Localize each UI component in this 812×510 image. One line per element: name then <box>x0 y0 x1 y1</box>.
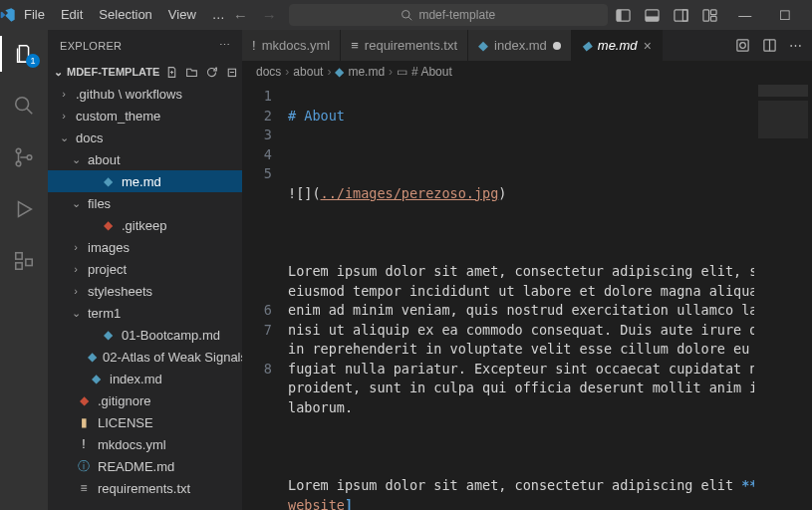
tree-item-label: .gitignore <box>98 393 150 408</box>
tree-file[interactable]: ≡requirements.txt <box>48 477 242 499</box>
menu-selection[interactable]: Selection <box>91 0 159 30</box>
svg-rect-9 <box>710 9 716 14</box>
tree-item-label: me.md <box>122 174 161 189</box>
sidebar-folder-name: MDEF-TEMPLATE <box>67 66 159 78</box>
breadcrumb-item[interactable]: about <box>293 65 323 79</box>
tree-file[interactable]: !mkdocs.yml <box>48 433 242 455</box>
window-maximize-button[interactable]: ☐ <box>765 0 805 30</box>
markdown-file-icon: ◆ <box>335 65 344 79</box>
tree-folder[interactable]: ⌄docs <box>48 127 242 148</box>
nav-back-icon[interactable]: ← <box>233 7 248 24</box>
scrollbar[interactable] <box>802 83 812 510</box>
tree-item-label: .github \ workflows <box>76 87 182 102</box>
activity-explorer-icon[interactable]: 1 <box>0 36 48 72</box>
markdown-file-icon: ◆ <box>88 350 97 364</box>
new-file-icon[interactable] <box>165 66 178 79</box>
refresh-icon[interactable] <box>205 66 218 79</box>
tree-file[interactable]: ◆.gitkeep <box>48 214 242 236</box>
titlebar: File Edit Selection View … ← → mdef-temp… <box>0 0 812 30</box>
chevron-down-icon: ⌄ <box>54 66 63 79</box>
tree-item-label: images <box>88 240 130 255</box>
tree-file[interactable]: ◆index.md <box>48 368 242 389</box>
toggle-right-sidebar-icon[interactable] <box>674 8 688 23</box>
svg-rect-19 <box>26 259 32 265</box>
svg-marker-16 <box>19 202 32 217</box>
editor-tab[interactable]: !mkdocs.yml <box>242 30 341 61</box>
svg-line-1 <box>409 17 412 20</box>
activity-extensions-icon[interactable] <box>0 243 48 279</box>
command-center[interactable]: mdef-template <box>289 4 608 26</box>
markdown-file-icon: ◆ <box>582 38 592 53</box>
tree-file[interactable]: ◆.gitignore <box>48 389 242 411</box>
activity-search-icon[interactable] <box>0 88 48 124</box>
svg-point-14 <box>16 161 21 166</box>
file-tree[interactable]: ›.github \ workflows›custom_theme⌄docs⌄a… <box>48 83 242 510</box>
code-line: ![]( <box>288 185 321 201</box>
toggle-panel-icon[interactable] <box>645 8 660 23</box>
activity-source-control-icon[interactable] <box>0 139 48 175</box>
tree-folder[interactable]: ›.github \ workflows <box>48 83 242 105</box>
tree-file[interactable]: ◆02-Atlas of Weak Signals.md <box>48 346 242 368</box>
menu-file[interactable]: File <box>16 0 53 30</box>
tree-file[interactable]: ⓘREADME.md <box>48 455 242 477</box>
tree-item-label: 02-Atlas of Weak Signals.md <box>103 350 242 365</box>
tree-folder[interactable]: ⌄about <box>48 148 242 170</box>
tree-item-label: project <box>88 262 127 277</box>
git-file-icon: ◆ <box>100 218 116 232</box>
tree-folder[interactable]: ⌄files <box>48 192 242 214</box>
collapse-all-icon[interactable] <box>225 66 238 79</box>
editor-tab[interactable]: ≡requirements.txt <box>341 30 468 61</box>
breadcrumb-item[interactable]: me.md <box>348 65 385 79</box>
chevron-down-icon: ⌄ <box>70 307 82 320</box>
editor-tabs: !mkdocs.yml≡requirements.txt◆index.md◆me… <box>242 30 812 61</box>
menu-edit[interactable]: Edit <box>53 0 91 30</box>
open-preview-side-icon[interactable] <box>735 38 750 53</box>
tree-folder[interactable]: ›images <box>48 236 242 258</box>
svg-rect-10 <box>710 16 716 21</box>
command-center-text: mdef-template <box>418 8 495 22</box>
sidebar-more-icon[interactable]: ⋯ <box>219 39 230 52</box>
code-content[interactable]: # About ![](../images/perezoso.jpg) Lore… <box>284 83 812 510</box>
new-folder-icon[interactable] <box>185 66 198 79</box>
menu-more[interactable]: … <box>204 0 233 30</box>
svg-rect-8 <box>703 9 709 20</box>
code-link-path: ../images/perezoso.jpg <box>321 185 499 201</box>
layout-controls <box>608 8 725 23</box>
window-minimize-button[interactable]: — <box>725 0 765 30</box>
menu-view[interactable]: View <box>160 0 204 30</box>
split-editor-icon[interactable] <box>762 38 777 53</box>
tree-file[interactable]: ◆me.md <box>48 170 242 192</box>
breadcrumb-item[interactable]: docs <box>256 65 281 79</box>
breadcrumb-sep-icon: › <box>327 65 331 79</box>
tree-file[interactable]: ◆01-Bootcamp.md <box>48 324 242 346</box>
tree-folder[interactable]: ›custom_theme <box>48 105 242 127</box>
tree-item-label: .gitkeep <box>122 218 167 233</box>
code-editor[interactable]: 12345 67 8 # About ![](../images/perezos… <box>242 83 812 510</box>
sidebar-folder-header[interactable]: ⌄ MDEF-TEMPLATE <box>48 61 242 83</box>
line-number: 2 <box>242 107 272 127</box>
editor-more-icon[interactable]: ⋯ <box>789 38 802 53</box>
breadcrumb-item[interactable]: # About <box>411 65 452 79</box>
layout-customize-icon[interactable] <box>702 8 717 23</box>
chevron-down-icon: ⌄ <box>58 131 70 144</box>
window-close-button[interactable]: ✕ <box>805 0 812 30</box>
folder-actions <box>165 66 238 79</box>
tree-file[interactable]: ▮LICENSE <box>48 411 242 433</box>
activity-debug-icon[interactable] <box>0 191 48 227</box>
breadcrumb[interactable]: docs › about › ◆ me.md › ▭ # About <box>242 61 812 83</box>
toggle-sidebar-icon[interactable] <box>616 8 631 23</box>
tree-folder[interactable]: ›project <box>48 258 242 280</box>
sidebar-header: EXPLORER ⋯ <box>48 30 242 61</box>
editor-tab[interactable]: ◆index.md <box>468 30 572 61</box>
tree-folder[interactable]: ›stylesheets <box>48 280 242 302</box>
nav-forward-icon[interactable]: → <box>262 7 277 24</box>
markdown-file-icon: ◆ <box>100 328 116 342</box>
svg-rect-6 <box>675 9 687 20</box>
code-line: ) <box>498 185 506 201</box>
close-tab-icon[interactable]: × <box>644 38 652 54</box>
tab-label: requirements.txt <box>365 38 457 53</box>
tree-folder[interactable]: ⌄term1 <box>48 302 242 324</box>
chevron-right-icon: › <box>58 110 70 122</box>
tree-item-label: mkdocs.yml <box>98 437 166 452</box>
editor-tab[interactable]: ◆me.md× <box>572 30 663 61</box>
